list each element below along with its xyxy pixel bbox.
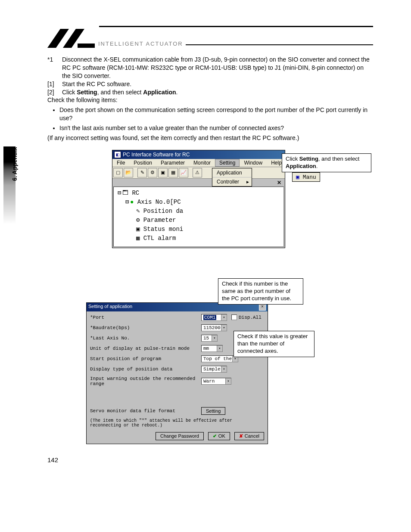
start-select[interactable]: Top of the▾	[201, 355, 238, 362]
window-titlebar: ◧ PC Interface Software for RC	[112, 150, 285, 159]
toolbar: ▢ 📂 ✎ ⚙ ▣ ▦ 📈 ⚠	[112, 167, 285, 179]
disp-select[interactable]: Simple▾	[201, 366, 227, 373]
settings-dialog: Setting of application × *Port COM1▾ Dis…	[86, 302, 268, 444]
logo-icon	[47, 29, 95, 48]
label-disp: Display type of position data	[90, 367, 201, 372]
tree-panel: ⊟🗔 RC ⊟● Axis No.0[PC ✎ Position da ⚙ Pa…	[113, 187, 284, 247]
setting-submenu: Application Controller▸	[212, 168, 252, 187]
warn-select[interactable]: Warn▾	[201, 378, 231, 385]
submenu-application[interactable]: Application	[212, 168, 252, 177]
bullet-2: Isn't the last axis number set to a valu…	[59, 124, 373, 132]
grid-icon[interactable]: ▦	[168, 168, 178, 177]
setting-button[interactable]: Setting	[201, 407, 225, 415]
label-servo: Servo monitor data file format	[90, 408, 201, 414]
app-icon: ◧	[114, 151, 121, 158]
tree-position[interactable]: ✎ Position da	[116, 207, 281, 216]
edit-icon[interactable]: ✎	[137, 168, 147, 177]
side-section-label: 6. Appendix	[11, 147, 18, 181]
callout-port: Check if this number is the same as the …	[218, 278, 303, 305]
menu-window[interactable]: Window	[240, 159, 267, 167]
callout-setting: Click Setting, and then select Applicati…	[282, 153, 371, 172]
app-window: ◧ PC Interface Software for RC File Posi…	[112, 150, 285, 248]
label-baud: *Baudrate(bps)	[90, 325, 201, 330]
bullet-1: Does the port shown on the communication…	[59, 106, 373, 122]
label-lastaxis: *Last Axis No.	[90, 336, 201, 341]
chart-icon[interactable]: 📈	[179, 168, 188, 177]
callout-axis: Check if this value is greater than the …	[234, 331, 314, 357]
manu-button[interactable]: ▣ Manu	[292, 172, 320, 182]
ok-button[interactable]: ✔OK	[208, 432, 230, 440]
submenu-controller[interactable]: Controller▸	[212, 177, 252, 186]
tree-parameter[interactable]: ⚙ Parameter	[116, 216, 281, 225]
new-icon[interactable]: ▢	[113, 168, 123, 177]
change-password-button[interactable]: Change Password	[156, 432, 204, 440]
page-header: INTELLIGENT ACTUATOR	[47, 26, 373, 48]
svg-rect-2	[78, 44, 95, 48]
close-icon[interactable]: ×	[259, 304, 266, 311]
label-start: Start position of program	[90, 356, 201, 361]
label-dispall: Disp.All	[239, 315, 262, 320]
dialog-note: (The item to which "*" attaches will be …	[90, 418, 264, 428]
cancel-button[interactable]: ✘Cancel	[234, 432, 264, 440]
baud-select[interactable]: 115200▾	[201, 324, 227, 331]
lastaxis-select[interactable]: 15▾	[201, 335, 218, 342]
dispall-checkbox[interactable]	[231, 314, 237, 320]
label-warn: Input warning outside the recommended ra…	[90, 376, 201, 386]
label-port: *Port	[90, 315, 201, 320]
page-number: 142	[47, 456, 58, 464]
param-icon[interactable]: ⚙	[148, 168, 157, 177]
port-select[interactable]: COM1▾	[201, 314, 227, 321]
menu-position[interactable]: Position	[129, 159, 156, 167]
tree-root[interactable]: ⊟🗔 RC	[116, 189, 281, 198]
monitor-icon[interactable]: ▣	[158, 168, 168, 177]
close-x-icon[interactable]: ✕	[112, 179, 285, 186]
menu-file[interactable]: File	[112, 159, 129, 167]
alarm-icon[interactable]: ⚠	[193, 168, 202, 177]
window-title: PC Interface Software for RC	[123, 152, 190, 158]
menu-parameter[interactable]: Parameter	[156, 159, 189, 167]
tree-status[interactable]: ▣ Status moni	[116, 225, 281, 234]
menubar: File Position Parameter Monitor Setting …	[112, 159, 285, 167]
menu-monitor[interactable]: Monitor	[189, 159, 215, 167]
tree-axis[interactable]: ⊟● Axis No.0[PC	[116, 198, 281, 207]
open-icon[interactable]: 📂	[124, 168, 133, 177]
brand-text: INTELLIGENT ACTUATOR	[98, 40, 183, 48]
label-unit: Unit of display at pulse-train mode	[90, 346, 201, 351]
tree-alarm[interactable]: ▦ CTL alarm	[116, 234, 281, 243]
menu-setting[interactable]: Setting	[215, 159, 240, 167]
body-text: *1Disconnect the X-SEL communication cab…	[47, 56, 373, 142]
unit-select[interactable]: mm▾	[201, 345, 223, 352]
